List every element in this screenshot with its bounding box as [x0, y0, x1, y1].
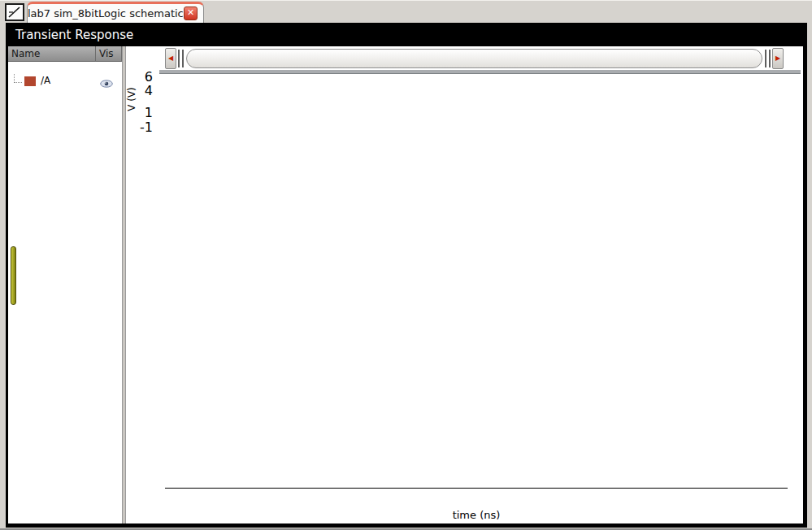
y-tick-label: 4	[135, 83, 153, 98]
header-bar: Transient Response	[6, 23, 807, 46]
scroll-left-grip[interactable]	[178, 50, 184, 67]
tree-branch-icon	[14, 74, 22, 83]
signal-name: /A	[41, 75, 50, 86]
page-title: Transient Response	[15, 28, 133, 42]
x-axis-line	[165, 488, 788, 489]
window-tab[interactable]: lab7 sim_8bitLogic schematic ✕	[27, 2, 204, 24]
vis-column-header[interactable]: Vis	[96, 46, 122, 62]
plot-top-separator	[159, 70, 801, 74]
overview-scrollbar[interactable]	[186, 49, 762, 68]
overview-preview-trace	[187, 50, 762, 67]
selection-marker[interactable]	[11, 246, 16, 305]
tab-title: lab7 sim_8bitLogic schematic	[28, 7, 179, 20]
scroll-right-grip[interactable]	[765, 50, 771, 67]
frame-bottom	[6, 523, 807, 528]
waveform-viewer-window: lab7 sim_8bitLogic schematic ✕ Transient…	[0, 0, 812, 530]
color-swatch[interactable]	[24, 76, 36, 86]
x-axis-title: time (ns)	[428, 509, 525, 521]
schematic-window-icon[interactable]	[5, 3, 24, 21]
y-tick-label: 6	[135, 69, 153, 85]
y-tick-label: -1	[135, 119, 153, 135]
scroll-right-button[interactable]: ▶	[772, 48, 784, 69]
frame-right	[803, 23, 807, 528]
plot-panel	[126, 46, 803, 523]
y-tick-label: 1	[135, 105, 153, 120]
scroll-left-button[interactable]: ◀	[165, 48, 176, 69]
eye-icon[interactable]	[100, 76, 113, 86]
tab-strip: lab7 sim_8bitLogic schematic ✕	[0, 0, 812, 24]
close-button[interactable]: ✕	[184, 7, 198, 20]
diagonal-glyph	[7, 5, 23, 20]
signal-list-panel	[8, 46, 122, 523]
names-column-header[interactable]: Name	[8, 46, 96, 62]
signal-row-A[interactable]: /A	[8, 72, 122, 90]
